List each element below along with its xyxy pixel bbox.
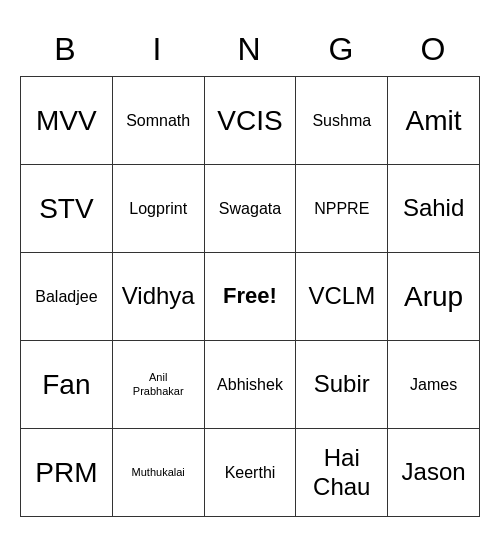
grid-cell-4-0: PRM — [21, 429, 113, 517]
bingo-grid: MVVSomnathVCISSushmaAmitSTVLogprintSwaga… — [20, 76, 480, 517]
grid-cell-2-0: Baladjee — [21, 253, 113, 341]
cell-text: Fan — [42, 368, 90, 402]
bingo-card: BINGO MVVSomnathVCISSushmaAmitSTVLogprin… — [20, 27, 480, 517]
cell-text: VCIS — [217, 104, 282, 138]
header-letter: N — [204, 27, 296, 72]
grid-cell-0-2: VCIS — [205, 77, 297, 165]
grid-cell-0-4: Amit — [388, 77, 480, 165]
grid-cell-1-2: Swagata — [205, 165, 297, 253]
grid-cell-1-0: STV — [21, 165, 113, 253]
grid-cell-4-4: Jason — [388, 429, 480, 517]
cell-text: Swagata — [219, 199, 281, 218]
grid-cell-3-4: James — [388, 341, 480, 429]
cell-text: PRM — [35, 456, 97, 490]
cell-text: NPPRE — [314, 199, 369, 218]
grid-cell-1-3: NPPRE — [296, 165, 388, 253]
grid-cell-1-1: Logprint — [113, 165, 205, 253]
grid-cell-3-0: Fan — [21, 341, 113, 429]
header-letter: I — [112, 27, 204, 72]
cell-text: James — [410, 375, 457, 394]
header-letter: B — [20, 27, 112, 72]
grid-cell-0-0: MVV — [21, 77, 113, 165]
grid-cell-2-3: VCLM — [296, 253, 388, 341]
cell-text: Somnath — [126, 111, 190, 130]
grid-cell-3-2: Abhishek — [205, 341, 297, 429]
grid-cell-4-1: Muthukalai — [113, 429, 205, 517]
cell-text: Jason — [402, 458, 466, 487]
cell-text: Arup — [404, 280, 463, 314]
grid-cell-0-3: Sushma — [296, 77, 388, 165]
grid-cell-2-4: Arup — [388, 253, 480, 341]
grid-cell-2-1: Vidhya — [113, 253, 205, 341]
cell-text: Amit — [406, 104, 462, 138]
cell-text: AnilPrabhakar — [133, 371, 184, 397]
cell-text: Baladjee — [35, 287, 97, 306]
cell-text: HaiChau — [313, 444, 370, 502]
cell-text: Sushma — [312, 111, 371, 130]
bingo-header: BINGO — [20, 27, 480, 72]
cell-text: Muthukalai — [132, 466, 185, 479]
header-letter: G — [296, 27, 388, 72]
cell-text: MVV — [36, 104, 97, 138]
header-letter: O — [388, 27, 480, 72]
cell-text: Subir — [314, 370, 370, 399]
grid-cell-4-3: HaiChau — [296, 429, 388, 517]
grid-cell-4-2: Keerthi — [205, 429, 297, 517]
cell-text: Free! — [223, 283, 277, 309]
grid-cell-3-3: Subir — [296, 341, 388, 429]
cell-text: Logprint — [129, 199, 187, 218]
cell-text: VCLM — [308, 282, 375, 311]
cell-text: Sahid — [403, 194, 464, 223]
cell-text: Vidhya — [122, 282, 195, 311]
grid-cell-3-1: AnilPrabhakar — [113, 341, 205, 429]
cell-text: STV — [39, 192, 93, 226]
cell-text: Abhishek — [217, 375, 283, 394]
grid-cell-0-1: Somnath — [113, 77, 205, 165]
grid-cell-1-4: Sahid — [388, 165, 480, 253]
grid-cell-2-2: Free! — [205, 253, 297, 341]
cell-text: Keerthi — [225, 463, 276, 482]
